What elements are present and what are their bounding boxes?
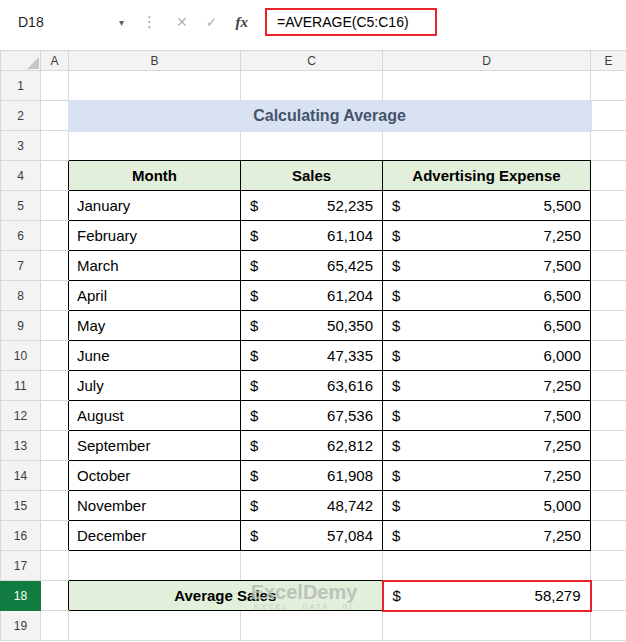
cell[interactable] bbox=[41, 431, 69, 461]
sales-cell[interactable]: $63,616 bbox=[241, 371, 383, 401]
row-header-18[interactable]: 18 bbox=[1, 581, 41, 611]
cell[interactable] bbox=[41, 401, 69, 431]
month-cell[interactable]: July bbox=[69, 371, 241, 401]
cell[interactable] bbox=[241, 551, 383, 581]
row-header[interactable]: 13 bbox=[1, 431, 41, 461]
cell[interactable] bbox=[591, 611, 626, 641]
cell[interactable] bbox=[591, 431, 626, 461]
sales-cell[interactable]: $61,204 bbox=[241, 281, 383, 311]
month-cell[interactable]: September bbox=[69, 431, 241, 461]
cell[interactable] bbox=[41, 191, 69, 221]
cell[interactable] bbox=[41, 521, 69, 551]
row-header[interactable]: 2 bbox=[1, 101, 41, 131]
cell[interactable] bbox=[591, 521, 626, 551]
cell[interactable] bbox=[41, 491, 69, 521]
sales-cell[interactable]: $67,536 bbox=[241, 401, 383, 431]
insert-function-icon[interactable]: fx bbox=[235, 14, 248, 31]
cell[interactable] bbox=[591, 341, 626, 371]
month-cell[interactable]: April bbox=[69, 281, 241, 311]
cell[interactable] bbox=[591, 491, 626, 521]
row-header[interactable]: 16 bbox=[1, 521, 41, 551]
sheet-title-cell[interactable]: Calculating Average bbox=[69, 101, 591, 131]
cell[interactable] bbox=[69, 71, 241, 101]
cell[interactable] bbox=[41, 371, 69, 401]
sales-cell[interactable]: $52,235 bbox=[241, 191, 383, 221]
average-sales-value-cell[interactable]: $58,279 bbox=[383, 581, 591, 611]
cell[interactable] bbox=[241, 131, 383, 161]
expense-header-cell[interactable]: Advertising Expense bbox=[383, 161, 591, 191]
row-header[interactable]: 8 bbox=[1, 281, 41, 311]
month-cell[interactable]: May bbox=[69, 311, 241, 341]
cell[interactable] bbox=[41, 281, 69, 311]
row-header[interactable]: 6 bbox=[1, 221, 41, 251]
month-cell[interactable]: June bbox=[69, 341, 241, 371]
expense-cell[interactable]: $7,250 bbox=[383, 371, 591, 401]
row-header[interactable]: 1 bbox=[1, 71, 41, 101]
cell[interactable] bbox=[591, 551, 626, 581]
month-cell[interactable]: March bbox=[69, 251, 241, 281]
sales-header-cell[interactable]: Sales bbox=[241, 161, 383, 191]
sales-cell[interactable]: $61,104 bbox=[241, 221, 383, 251]
cell[interactable] bbox=[41, 131, 69, 161]
row-header[interactable]: 7 bbox=[1, 251, 41, 281]
cell[interactable] bbox=[591, 71, 626, 101]
row-header[interactable]: 15 bbox=[1, 491, 41, 521]
cell[interactable] bbox=[69, 551, 241, 581]
cell[interactable] bbox=[383, 131, 591, 161]
row-header[interactable]: 5 bbox=[1, 191, 41, 221]
enter-icon[interactable]: ✓ bbox=[206, 14, 218, 30]
select-all-button[interactable] bbox=[1, 51, 41, 71]
expense-cell[interactable]: $7,250 bbox=[383, 461, 591, 491]
cell[interactable] bbox=[69, 611, 241, 641]
cell[interactable] bbox=[383, 551, 591, 581]
cell[interactable] bbox=[41, 101, 69, 131]
cell[interactable] bbox=[69, 131, 241, 161]
cell[interactable] bbox=[41, 611, 69, 641]
expense-cell[interactable]: $5,500 bbox=[383, 191, 591, 221]
cell[interactable] bbox=[383, 71, 591, 101]
expense-cell[interactable]: $7,250 bbox=[383, 431, 591, 461]
cell[interactable] bbox=[591, 221, 626, 251]
average-sales-label-cell[interactable]: Average Sales bbox=[69, 581, 383, 611]
row-header[interactable]: 3 bbox=[1, 131, 41, 161]
sales-cell[interactable]: $65,425 bbox=[241, 251, 383, 281]
expense-cell[interactable]: $7,250 bbox=[383, 221, 591, 251]
cell[interactable] bbox=[591, 311, 626, 341]
column-header-b[interactable]: B bbox=[69, 51, 241, 71]
cell[interactable] bbox=[41, 251, 69, 281]
row-header[interactable]: 14 bbox=[1, 461, 41, 491]
cell[interactable] bbox=[591, 161, 626, 191]
cell[interactable] bbox=[41, 221, 69, 251]
cell[interactable] bbox=[241, 611, 383, 641]
sales-cell[interactable]: $57,084 bbox=[241, 521, 383, 551]
month-cell[interactable]: October bbox=[69, 461, 241, 491]
cell[interactable] bbox=[241, 71, 383, 101]
row-header[interactable]: 19 bbox=[1, 611, 41, 641]
column-header-d[interactable]: D bbox=[383, 51, 591, 71]
row-header[interactable]: 17 bbox=[1, 551, 41, 581]
cell[interactable] bbox=[591, 371, 626, 401]
month-cell[interactable]: January bbox=[69, 191, 241, 221]
cancel-icon[interactable]: ✕ bbox=[176, 14, 188, 30]
sales-cell[interactable]: $47,335 bbox=[241, 341, 383, 371]
chevron-down-icon[interactable]: ▾ bbox=[119, 17, 124, 28]
cell[interactable] bbox=[41, 71, 69, 101]
row-header[interactable]: 12 bbox=[1, 401, 41, 431]
expense-cell[interactable]: $6,500 bbox=[383, 311, 591, 341]
month-cell[interactable]: August bbox=[69, 401, 241, 431]
row-header[interactable]: 10 bbox=[1, 341, 41, 371]
formula-input[interactable]: =AVERAGE(C5:C16) bbox=[265, 8, 437, 36]
cell[interactable] bbox=[591, 581, 626, 611]
month-header-cell[interactable]: Month bbox=[69, 161, 241, 191]
cell[interactable] bbox=[41, 551, 69, 581]
month-cell[interactable]: February bbox=[69, 221, 241, 251]
row-header[interactable]: 4 bbox=[1, 161, 41, 191]
cell[interactable] bbox=[41, 311, 69, 341]
expense-cell[interactable]: $6,000 bbox=[383, 341, 591, 371]
cell[interactable] bbox=[383, 611, 591, 641]
sales-cell[interactable]: $62,812 bbox=[241, 431, 383, 461]
row-header[interactable]: 9 bbox=[1, 311, 41, 341]
name-box[interactable]: D18 ▾ bbox=[6, 8, 132, 36]
expense-cell[interactable]: $5,000 bbox=[383, 491, 591, 521]
expense-cell[interactable]: $7,500 bbox=[383, 401, 591, 431]
